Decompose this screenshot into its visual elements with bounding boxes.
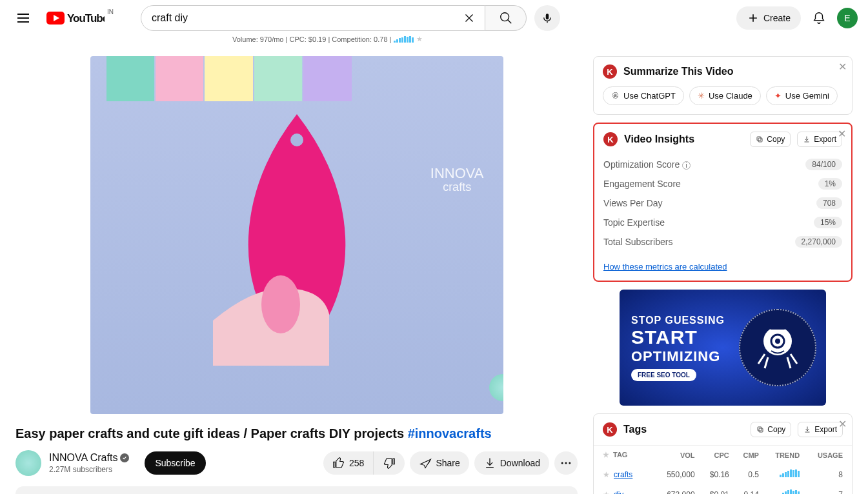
more-actions-button[interactable] bbox=[554, 451, 578, 475]
channel-avatar[interactable] bbox=[15, 450, 41, 476]
close-icon bbox=[462, 11, 476, 25]
header-right: Create E bbox=[736, 5, 858, 31]
channel-info: INNOVA Crafts 2.27M subscribers bbox=[49, 452, 129, 474]
video-meta-row: INNOVA Crafts 2.27M subscribers Subscrib… bbox=[15, 450, 578, 476]
download-icon bbox=[483, 457, 496, 469]
hamburger-menu[interactable] bbox=[10, 5, 36, 31]
copy-button[interactable]: Copy bbox=[750, 132, 791, 147]
summarize-panel: ✕ K Summarize This Video ֎Use ChatGPT ✳U… bbox=[593, 56, 853, 115]
svg-rect-10 bbox=[757, 137, 761, 141]
copy-icon bbox=[756, 135, 763, 143]
video-player[interactable]: INNOVA crafts bbox=[90, 56, 503, 414]
panel-close-button[interactable]: ✕ bbox=[838, 128, 846, 140]
star-icon[interactable]: ★ bbox=[603, 490, 610, 495]
panel-close-button[interactable]: ✕ bbox=[838, 418, 847, 430]
hashtag-link[interactable]: #innovacrafts bbox=[408, 426, 492, 440]
panel-title: Video Insights bbox=[624, 133, 743, 145]
svg-rect-17 bbox=[758, 427, 762, 431]
star-icon[interactable]: ★ bbox=[603, 451, 609, 459]
tag-link[interactable]: diy bbox=[614, 490, 623, 495]
svg-point-6 bbox=[561, 462, 563, 464]
search-form bbox=[141, 5, 527, 31]
chatgpt-icon: ֎ bbox=[611, 91, 620, 101]
metrics-list: Optimization Score i84/100 Engagement Sc… bbox=[594, 155, 851, 259]
logo-icon: YouTube bbox=[46, 12, 105, 25]
metric-row: Views Per Day708 bbox=[603, 193, 842, 213]
download-icon bbox=[803, 426, 811, 433]
ad-text: STOP GUESSING START OPTIMIZING FREE SEO … bbox=[620, 315, 725, 381]
thumb-up-icon bbox=[332, 457, 345, 469]
info-icon[interactable]: i bbox=[682, 161, 691, 170]
thumb-down-icon bbox=[383, 457, 396, 469]
panel-header: K Tags Copy Export bbox=[594, 414, 852, 445]
seo-stats-text: Volume: 970/mo | CPC: $0.19 | Competitio… bbox=[232, 35, 391, 43]
clear-search-button[interactable] bbox=[456, 5, 482, 31]
like-button[interactable]: 258 bbox=[323, 451, 374, 475]
table-header-row: ★TAG VOL CPC CMP TREND USAGE bbox=[594, 446, 852, 465]
tag-link[interactable]: crafts bbox=[614, 470, 632, 479]
sidebar: ✕ K Summarize This Video ֎Use ChatGPT ✳U… bbox=[593, 56, 853, 494]
search-button[interactable] bbox=[485, 5, 527, 31]
video-title: Easy paper crafts and cute gift ideas / … bbox=[15, 424, 578, 442]
table-row: ★diy 673,000 $0.01 0.14 7 bbox=[594, 484, 852, 494]
export-button[interactable]: Export bbox=[797, 132, 842, 147]
star-icon[interactable]: ★ bbox=[603, 470, 610, 479]
emoji-overlay bbox=[489, 374, 503, 401]
ad-banner[interactable]: STOP GUESSING START OPTIMIZING FREE SEO … bbox=[620, 290, 826, 406]
metrics-help-link[interactable]: How these metrics are calculated bbox=[594, 259, 736, 281]
country-code: IN bbox=[107, 8, 114, 15]
more-horiz-icon bbox=[560, 457, 572, 469]
share-icon bbox=[419, 457, 432, 469]
panel-header: K Summarize This Video bbox=[594, 57, 852, 86]
subscribe-button[interactable]: Subscribe bbox=[145, 451, 205, 475]
video-background-props bbox=[106, 56, 352, 101]
export-button[interactable]: Export bbox=[798, 422, 843, 437]
download-icon bbox=[803, 135, 811, 143]
panel-title: Tags bbox=[623, 424, 744, 435]
search-input[interactable] bbox=[152, 12, 456, 24]
create-label: Create bbox=[763, 13, 791, 23]
claude-icon: ✳ bbox=[698, 91, 705, 101]
col-tag: ★TAG bbox=[594, 446, 653, 465]
panel-title: Summarize This Video bbox=[623, 66, 843, 77]
channel-name[interactable]: INNOVA Crafts bbox=[49, 452, 129, 464]
svg-point-2 bbox=[500, 13, 509, 21]
dislike-button[interactable] bbox=[374, 451, 405, 475]
download-button[interactable]: Download bbox=[474, 451, 549, 475]
mic-icon bbox=[541, 12, 553, 24]
voice-search-button[interactable] bbox=[534, 5, 560, 31]
svg-point-5 bbox=[261, 275, 300, 333]
summarize-options: ֎Use ChatGPT ✳Use Claude ✦Use Gemini bbox=[594, 86, 852, 114]
youtube-logo[interactable]: YouTube IN bbox=[46, 12, 105, 25]
copy-button[interactable]: Copy bbox=[751, 422, 791, 437]
trend-icon bbox=[780, 469, 800, 477]
seo-stats-bar: Volume: 970/mo | CPC: $0.19 | Competitio… bbox=[232, 35, 868, 43]
account-avatar[interactable]: E bbox=[837, 8, 858, 28]
search-icon bbox=[499, 11, 513, 25]
star-icon: ★ bbox=[416, 35, 423, 43]
svg-rect-3 bbox=[546, 14, 549, 19]
svg-point-8 bbox=[569, 462, 570, 464]
extension-badge-icon: K bbox=[603, 132, 618, 146]
metric-row: Optimization Score i84/100 bbox=[603, 155, 842, 174]
use-gemini-button[interactable]: ✦Use Gemini bbox=[766, 86, 838, 105]
content: INNOVA crafts Easy paper crafts and cute… bbox=[0, 43, 868, 494]
tags-panel: ✕ K Tags Copy Export ★TAG VOL CPC CMP TR… bbox=[593, 413, 853, 494]
notifications-button[interactable] bbox=[806, 5, 832, 31]
svg-point-4 bbox=[290, 133, 303, 146]
panel-close-button[interactable]: ✕ bbox=[838, 61, 847, 73]
share-button[interactable]: Share bbox=[410, 451, 469, 475]
verified-badge-icon bbox=[120, 453, 129, 462]
svg-rect-13 bbox=[774, 322, 782, 324]
copy-icon bbox=[756, 426, 764, 433]
gemini-icon: ✦ bbox=[774, 91, 782, 101]
video-description[interactable]: 27K views 1 month ago bbox=[15, 486, 578, 494]
plus-icon bbox=[747, 12, 760, 25]
use-chatgpt-button[interactable]: ֎Use ChatGPT bbox=[603, 86, 684, 105]
svg-rect-16 bbox=[759, 428, 763, 432]
svg-rect-9 bbox=[758, 138, 762, 142]
create-button[interactable]: Create bbox=[736, 6, 801, 30]
search-input-wrap bbox=[141, 5, 485, 31]
use-claude-button[interactable]: ✳Use Claude bbox=[689, 86, 761, 105]
video-foreground-shape bbox=[213, 108, 381, 366]
